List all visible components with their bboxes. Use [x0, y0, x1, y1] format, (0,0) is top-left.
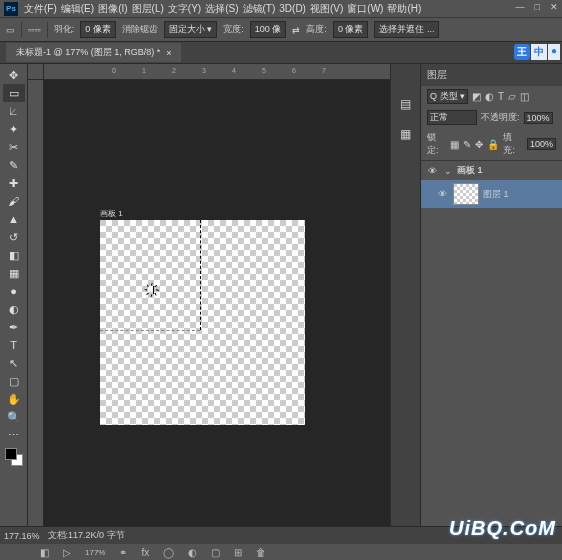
type-tool[interactable]: T — [3, 336, 25, 354]
marquee-tool-icon[interactable]: ▭ — [6, 25, 15, 35]
layer-item[interactable]: 👁 图层 1 — [421, 180, 562, 208]
timeline-icon[interactable]: ◧ — [40, 547, 49, 558]
menu-layer[interactable]: 图层(L) — [132, 2, 164, 16]
layer-name[interactable]: 图层 1 — [483, 188, 509, 201]
foreground-color[interactable] — [5, 448, 17, 460]
lock-position-icon[interactable]: ✥ — [475, 139, 483, 150]
path-tool[interactable]: ↖ — [3, 354, 25, 372]
close-icon[interactable]: × — [166, 48, 171, 58]
link-icon[interactable]: ⚭ — [119, 547, 127, 558]
menu-3d[interactable]: 3D(D) — [279, 3, 306, 14]
ruler-horizontal[interactable]: 0 1 2 3 4 5 6 7 — [44, 64, 390, 80]
expand-icon[interactable]: ⌄ — [443, 166, 453, 176]
fx-icon[interactable]: fx — [141, 547, 149, 558]
options-bar: ▭ ▫▫▫▫ 羽化: 0 像素 消除锯齿 固定大小 ▾ 宽度: 100 像 ⇄ … — [0, 18, 562, 42]
bottom-bar: ◧ ▷ 177% ⚭ fx ◯ ◐ ▢ ⊞ 🗑 — [0, 544, 562, 560]
doc-info[interactable]: 文档:117.2K/0 字节 — [48, 529, 125, 542]
lock-transparent-icon[interactable]: ▦ — [450, 139, 459, 150]
lock-label: 锁定: — [427, 131, 446, 157]
style-select[interactable]: 固定大小 ▾ — [164, 21, 218, 38]
magic-wand-tool[interactable]: ✦ — [3, 120, 25, 138]
hand-tool[interactable]: ✋ — [3, 390, 25, 408]
lock-all-icon[interactable]: 🔒 — [487, 139, 499, 150]
menu-filter[interactable]: 滤镜(T) — [243, 2, 276, 16]
lock-pixels-icon[interactable]: ✎ — [463, 139, 471, 150]
layers-panel: 图层 Q 类型 ▾ ◩ ◐ T ▱ ◫ 正常 不透明度: 100% 锁定: ▦ … — [420, 64, 562, 544]
canvas-area[interactable]: 0 1 2 3 4 5 6 7 画板 1 I҉ — [28, 64, 390, 544]
menu-select[interactable]: 选择(S) — [205, 2, 238, 16]
layer-artboard[interactable]: 👁 ⌄ 画板 1 — [421, 161, 562, 180]
move-tool[interactable]: ✥ — [3, 66, 25, 84]
mask-icon[interactable]: ◯ — [163, 547, 174, 558]
menu-view[interactable]: 视图(V) — [310, 2, 343, 16]
group-icon[interactable]: ▢ — [211, 547, 220, 558]
eyedropper-tool[interactable]: ✎ — [3, 156, 25, 174]
zoom-tool[interactable]: 🔍 — [3, 408, 25, 426]
layer-filter-select[interactable]: Q 类型 ▾ — [427, 89, 468, 104]
visibility-icon[interactable]: 👁 — [435, 189, 449, 199]
app-logo: Ps — [4, 2, 18, 16]
shape-tool[interactable]: ▢ — [3, 372, 25, 390]
menu-type[interactable]: 文字(Y) — [168, 2, 201, 16]
menu-image[interactable]: 图像(I) — [98, 2, 127, 16]
stamp-tool[interactable]: ▲ — [3, 210, 25, 228]
gradient-tool[interactable]: ▦ — [3, 264, 25, 282]
layers-tab[interactable]: 图层 — [427, 68, 447, 82]
new-layer-icon[interactable]: ⊞ — [234, 547, 242, 558]
filter-shape-icon[interactable]: ▱ — [508, 91, 516, 102]
blend-mode-select[interactable]: 正常 — [427, 110, 477, 125]
marquee-tool[interactable]: ▭ — [3, 84, 25, 102]
document-tab[interactable]: 未标题-1 @ 177% (图层 1, RGB/8) * × — [6, 43, 181, 62]
menu-bar: Ps 文件(F) 编辑(E) 图像(I) 图层(L) 文字(Y) 选择(S) 滤… — [0, 0, 562, 18]
height-input[interactable]: 0 像素 — [333, 21, 369, 38]
history-brush-tool[interactable]: ↺ — [3, 228, 25, 246]
swatches-panel-icon[interactable]: ▦ — [396, 124, 416, 144]
lasso-tool[interactable]: ⟀ — [3, 102, 25, 120]
width-input[interactable]: 100 像 — [250, 21, 287, 38]
brush-tool[interactable]: 🖌 — [3, 192, 25, 210]
opacity-input[interactable]: 100% — [524, 112, 553, 124]
swap-icon[interactable]: ⇄ — [292, 25, 300, 35]
window-close[interactable]: ✕ — [550, 2, 558, 12]
feather-input[interactable]: 0 像素 — [80, 21, 116, 38]
opacity-label: 不透明度: — [481, 111, 520, 124]
dodge-tool[interactable]: ◐ — [3, 300, 25, 318]
filter-image-icon[interactable]: ◩ — [472, 91, 481, 102]
filter-type-icon[interactable]: T — [498, 91, 504, 102]
artboard-label[interactable]: 画板 1 — [100, 208, 123, 219]
delete-icon[interactable]: 🗑 — [256, 547, 266, 558]
fill-input[interactable]: 100% — [527, 138, 556, 150]
history-panel-icon[interactable]: ▤ — [396, 94, 416, 114]
eraser-tool[interactable]: ◧ — [3, 246, 25, 264]
antialias-checkbox[interactable]: 消除锯齿 — [122, 23, 158, 36]
artboard[interactable]: I҉ — [100, 220, 305, 425]
zoom-readout[interactable]: 177.16% — [4, 531, 40, 541]
layer-name[interactable]: 画板 1 — [457, 164, 483, 177]
color-swatch[interactable] — [5, 448, 23, 466]
filter-adjust-icon[interactable]: ◐ — [485, 91, 494, 102]
blur-tool[interactable]: ● — [3, 282, 25, 300]
ruler-vertical[interactable] — [28, 80, 44, 544]
layer-thumbnail[interactable] — [453, 183, 479, 205]
filter-smart-icon[interactable]: ◫ — [520, 91, 529, 102]
play-icon[interactable]: ▷ — [63, 547, 71, 558]
menu-window[interactable]: 窗口(W) — [347, 2, 383, 16]
edit-toolbar[interactable]: ⋯ — [3, 426, 25, 444]
healing-tool[interactable]: ✚ — [3, 174, 25, 192]
window-minimize[interactable]: — — [516, 2, 525, 12]
fill-label: 填充: — [503, 131, 522, 157]
cursor-icon: I҉ — [152, 284, 160, 297]
visibility-icon[interactable]: 👁 — [425, 166, 439, 176]
select-mask-button[interactable]: 选择并遮住 ... — [374, 21, 439, 38]
pen-tool[interactable]: ✒ — [3, 318, 25, 336]
collapsed-panel-dock: ▤ ▦ — [390, 64, 420, 544]
menu-file[interactable]: 文件(F) — [24, 2, 57, 16]
adjustment-icon[interactable]: ◐ — [188, 547, 197, 558]
ime-indicator[interactable]: 王 中 ● — [514, 44, 560, 60]
marquee-selection — [200, 220, 201, 330]
crop-tool[interactable]: ✂ — [3, 138, 25, 156]
menu-help[interactable]: 帮助(H) — [387, 2, 421, 16]
document-tab-title: 未标题-1 @ 177% (图层 1, RGB/8) * — [16, 46, 160, 59]
window-maximize[interactable]: □ — [535, 2, 540, 12]
menu-edit[interactable]: 编辑(E) — [61, 2, 94, 16]
